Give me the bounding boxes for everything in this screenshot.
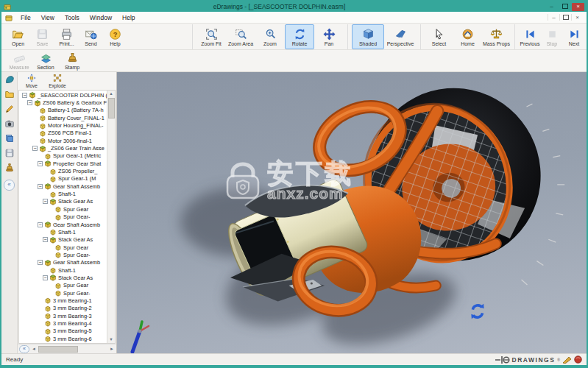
zoom-area-button[interactable]: Zoom Area xyxy=(226,24,255,49)
tree-item[interactable]: Spur Gear xyxy=(19,282,107,289)
section-button[interactable]: Section xyxy=(32,50,59,71)
scroll-up-arrow[interactable]: ▲ xyxy=(109,91,113,97)
perspective-button[interactable]: Perspective xyxy=(384,24,417,49)
snapshot-camera-icon xyxy=(4,118,15,132)
minimize-button[interactable]: – xyxy=(545,3,558,11)
tree-item[interactable]: −Stack Gear As xyxy=(19,274,107,281)
explode-button[interactable]: Explode xyxy=(46,73,69,89)
tree-item[interactable]: 3 mm Bearing-4 xyxy=(19,319,107,327)
snapshot-camera-icon-button[interactable] xyxy=(2,118,16,132)
tree-item[interactable]: ZS06 Propeller_ xyxy=(19,167,107,174)
vertical-scroll-thumb[interactable] xyxy=(108,98,115,118)
rotate-arrows-icon xyxy=(294,28,306,41)
tree-item[interactable]: Battery Cover_FINAL-1 xyxy=(19,114,107,121)
tree-item[interactable]: ZS06 PCB Final-1 xyxy=(19,130,107,137)
expand-box[interactable]: − xyxy=(38,161,43,166)
toolbar-group: Zoom FitZoom AreaZoomRotatePan xyxy=(192,24,344,49)
expand-box[interactable]: − xyxy=(38,222,43,227)
layers-icon-button[interactable] xyxy=(2,133,16,146)
expand-box[interactable]: − xyxy=(43,275,48,280)
rotate-button[interactable]: Rotate xyxy=(285,24,314,49)
tree-item[interactable]: Motor 3006-final-1 xyxy=(19,137,107,144)
tree-item[interactable]: Spur Gear- xyxy=(19,251,107,258)
tree-item[interactable]: Spur Gear- xyxy=(19,213,107,221)
viewport-3d[interactable]: 安下载 anxz.com xyxy=(117,72,587,353)
previous-button[interactable]: Previous xyxy=(519,24,541,49)
tree-item[interactable]: −Gear Shaft Assemb xyxy=(19,259,107,266)
mdi-minimize-button[interactable]: – xyxy=(548,14,559,21)
tree-item[interactable]: Motor Housing_FINAL- xyxy=(19,121,107,129)
strip-collapse-button[interactable]: « xyxy=(4,180,15,191)
maximize-button[interactable] xyxy=(559,3,571,11)
tree-item[interactable]: 3 mm Bearing-1 xyxy=(19,297,107,304)
tree-item[interactable]: −Gear Shaft Assemb xyxy=(19,221,107,228)
mass-props-button[interactable]: Mass Props xyxy=(482,24,511,49)
expand-box[interactable]: − xyxy=(38,184,43,189)
expand-box[interactable]: − xyxy=(38,260,43,265)
scroll-right-arrow[interactable]: ► xyxy=(109,347,115,351)
folder-icon-button[interactable] xyxy=(2,89,16,102)
tree-item[interactable]: 3 mm Bearing-6 xyxy=(19,335,107,342)
pan-button[interactable]: Pan xyxy=(314,24,344,49)
scroll-left-arrow[interactable]: ◄ xyxy=(31,347,37,351)
shaded-button[interactable]: Shaded xyxy=(352,24,384,49)
horizontal-scroll-thumb[interactable] xyxy=(38,346,78,353)
select-button[interactable]: Select xyxy=(425,24,453,49)
expand-box[interactable]: − xyxy=(22,93,27,98)
tree-item[interactable]: −Stack Gear As xyxy=(19,198,107,205)
tree-item[interactable]: 3 mm Bearing-5 xyxy=(19,328,107,335)
tree-item[interactable]: Spur Gear xyxy=(19,244,107,251)
tree-item[interactable]: −ZS06 Battery & Gearbox FIN xyxy=(19,99,107,106)
tree-item[interactable]: Shaft-1 xyxy=(19,266,107,274)
tree-item[interactable]: −Stack Gear As xyxy=(19,236,107,244)
scroll-down-arrow[interactable]: ▼ xyxy=(109,336,113,343)
tree-item[interactable]: −_ZS06 Gear Train Asse xyxy=(19,144,107,152)
zoom-button[interactable]: Zoom xyxy=(255,24,285,49)
tree-item[interactable]: Spur Gear-1 (Metric xyxy=(19,152,107,160)
play-button[interactable]: Play xyxy=(585,24,588,49)
tree-item[interactable]: 3 mm Bearing-2 xyxy=(19,305,107,312)
tree-item[interactable]: Shaft-1 xyxy=(19,228,107,236)
home-button[interactable]: Home xyxy=(453,24,482,49)
menu-item-file[interactable]: File xyxy=(15,13,36,22)
tree-item[interactable]: Spur Gear xyxy=(19,205,107,213)
tree-item[interactable]: 6 mm Bearing-1 xyxy=(19,342,107,343)
expand-box[interactable]: − xyxy=(32,146,38,151)
tree-item[interactable]: Shaft-1 xyxy=(19,190,107,197)
menu-item-tools[interactable]: Tools xyxy=(60,13,85,22)
tree-item[interactable]: Battery-1 (Battery 7A-h xyxy=(19,107,107,114)
stamp-small-icon-button[interactable] xyxy=(2,163,16,176)
expand-box[interactable]: − xyxy=(27,100,32,105)
zoom-fit-button[interactable]: Zoom Fit xyxy=(196,24,226,49)
tree-item[interactable]: −Propeller Gear Shat xyxy=(19,160,107,167)
shell-icon-button[interactable] xyxy=(2,74,16,88)
move-button[interactable]: Move xyxy=(20,73,43,89)
section-label: Section xyxy=(37,65,54,70)
close-button[interactable]: × xyxy=(572,3,584,11)
next-button[interactable]: Next xyxy=(563,24,585,49)
panel-collapse-button[interactable]: « xyxy=(19,345,29,353)
mdi-close-button[interactable]: × xyxy=(571,14,583,21)
mdi-restore-button[interactable] xyxy=(559,14,571,21)
menu-item-window[interactable]: Window xyxy=(85,13,117,22)
save-button: Save xyxy=(30,24,54,49)
markup-pencil-icon-button[interactable] xyxy=(2,104,16,117)
send-button[interactable]: Send xyxy=(79,24,103,49)
tree-item[interactable]: −Gear Shaft Assemb xyxy=(19,183,107,190)
help-button[interactable]: ?Help xyxy=(103,24,127,49)
assembly-icon xyxy=(44,160,52,167)
tree-vertical-scrollbar[interactable]: ▲ ▼ xyxy=(107,91,115,343)
expand-box[interactable]: − xyxy=(43,237,48,242)
expand-box[interactable]: − xyxy=(43,199,48,204)
tree-item[interactable]: Spur Gear- xyxy=(19,289,107,297)
print-button[interactable]: Print... xyxy=(54,24,79,49)
open-button[interactable]: Open xyxy=(6,24,30,49)
stamp-button[interactable]: Stamp xyxy=(59,50,85,71)
tree-item[interactable]: 3 mm Bearing-3 xyxy=(19,312,107,319)
tree-item[interactable]: −_SEASCOOTER DOLPHIN (De xyxy=(19,91,107,99)
save-disk-icon-button[interactable] xyxy=(2,148,16,161)
tree-item[interactable]: Spur Gear-1 (M xyxy=(19,175,107,183)
menu-item-help[interactable]: Help xyxy=(117,13,140,22)
menu-item-view[interactable]: View xyxy=(36,13,60,22)
horizontal-scroll-track[interactable] xyxy=(38,346,107,353)
